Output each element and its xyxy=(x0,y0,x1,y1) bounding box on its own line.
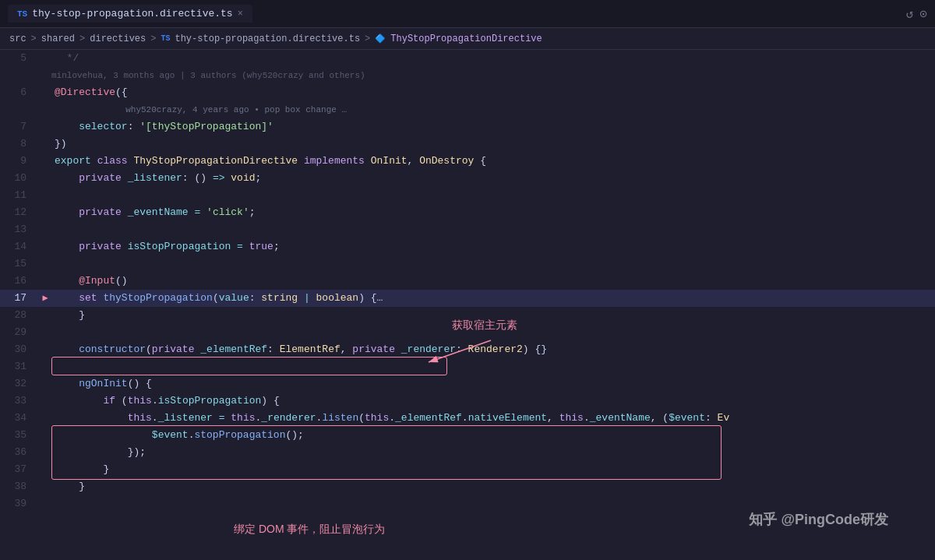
line-arrow-28 xyxy=(39,307,51,324)
breadcrumb-class-icon: 🔷 xyxy=(375,33,386,44)
code-line-8: 8 }) xyxy=(0,136,935,153)
line-arrow-6 xyxy=(39,84,51,118)
breadcrumb-sep4: > xyxy=(365,33,370,44)
line-arrow-8 xyxy=(39,136,51,153)
watermark: 知乎 @PingCode研发 xyxy=(749,510,888,529)
ts-badge: TS xyxy=(17,9,27,19)
line-arrow-10 xyxy=(39,170,51,187)
line-content-33: if (this.isStopPropagation) { xyxy=(51,393,935,410)
line-num-34: 34 xyxy=(0,410,39,427)
line-content-5: */ xyxy=(51,50,923,67)
line-content-37: } xyxy=(51,461,935,478)
line-num-17: 17 xyxy=(0,290,39,307)
code-line-10: 10 private _listener: () => void; xyxy=(0,170,935,187)
code-line-7: 7 selector: '[thyStopPropagation]' xyxy=(0,118,935,136)
line-content-39 xyxy=(51,495,935,512)
line-arrow-35 xyxy=(39,427,51,444)
line-arrow-7 xyxy=(39,118,51,136)
line-arrow-blank xyxy=(39,67,51,84)
split-icon[interactable]: ⊙ xyxy=(919,6,927,22)
inline-hint: why520crazy, 4 years ago • pop box chang… xyxy=(125,105,347,114)
line-num-38: 38 xyxy=(0,478,39,495)
code-line-33: 33 if (this.isStopPropagation) { xyxy=(0,393,935,410)
breadcrumb-class-name: ThyStopPropagationDirective xyxy=(390,33,542,44)
code-line-9: 9 export class ThyStopPropagationDirecti… xyxy=(0,153,935,170)
git-blame-text: minlovehua, 3 months ago | 3 authors (wh… xyxy=(51,67,365,84)
code-line-11: 11 xyxy=(0,187,935,204)
line-num-10: 10 xyxy=(0,170,39,187)
line-content-16: @Input() xyxy=(51,273,935,290)
line-content-14: private isStopPropagation = true; xyxy=(51,238,935,255)
line-num-30: 30 xyxy=(0,341,39,358)
line-content-28: } xyxy=(51,307,935,324)
line-num-37: 37 xyxy=(0,461,39,478)
line-arrow-32 xyxy=(39,375,51,393)
code-line-6: 6 @Directive({ why520crazy, 4 years ago … xyxy=(0,84,935,118)
line-num-7: 7 xyxy=(0,118,39,136)
breadcrumb-sep1: > xyxy=(31,33,37,44)
line-content-15 xyxy=(51,255,935,273)
line-arrow-31 xyxy=(39,358,51,375)
line-content-35: $event.stopPropagation(); xyxy=(51,427,935,444)
line-content-9: export class ThyStopPropagationDirective… xyxy=(51,153,935,170)
line-content-6: @Directive({ why520crazy, 4 years ago • … xyxy=(51,84,935,118)
line-content-32: ngOnInit() { xyxy=(51,375,935,393)
line-num-12: 12 xyxy=(0,204,39,221)
breadcrumb-shared: shared xyxy=(41,33,75,44)
line-arrow-34 xyxy=(39,410,51,427)
breadcrumb: src > shared > directives > TS thy-stop-… xyxy=(0,28,935,50)
line-num-6: 6 xyxy=(0,84,39,118)
line-content-30: constructor(private _elementRef: Element… xyxy=(51,341,935,358)
git-blame-row: 6 minlovehua, 3 months ago | 3 authors (… xyxy=(0,67,935,84)
code-line-31: 31 xyxy=(0,358,935,375)
line-num-36: 36 xyxy=(0,444,39,461)
breadcrumb-directives: directives xyxy=(90,33,146,44)
line-num-5: 5 xyxy=(0,50,39,67)
line-arrow-15 xyxy=(39,255,51,273)
line-content-36: }); xyxy=(51,444,935,461)
code-line-36: 36 }); xyxy=(0,444,935,461)
line-num-28: 28 xyxy=(0,307,39,324)
code-line-14: 14 private isStopPropagation = true; xyxy=(0,238,935,255)
line-content-7: selector: '[thyStopPropagation]' xyxy=(51,118,935,136)
line-num-31: 31 xyxy=(0,358,39,375)
line-arrow-39 xyxy=(39,495,51,512)
breadcrumb-sep2: > xyxy=(79,33,85,44)
line-num-35: 35 xyxy=(0,427,39,444)
line-num-9: 9 xyxy=(0,153,39,170)
line-arrow-12 xyxy=(39,204,51,221)
line-content-10: private _listener: () => void; xyxy=(51,170,935,187)
git-blame-5 xyxy=(923,50,935,67)
line-content-38: } xyxy=(51,478,935,495)
code-line-13: 13 xyxy=(0,221,935,238)
code-area: 5 */ 6 minlovehua, 3 months ago | 3 auth… xyxy=(0,50,935,560)
code-line-38: 38 } xyxy=(0,478,935,495)
tab[interactable]: TS thy-stop-propagation.directive.ts × xyxy=(8,5,252,23)
line-arrow-11 xyxy=(39,187,51,204)
line-content-12: private _eventName = 'click'; xyxy=(51,204,935,221)
line-num-15: 15 xyxy=(0,255,39,273)
code-line-17: 17 ▶ set thyStopPropagation(value: strin… xyxy=(0,290,935,307)
line-num-33: 33 xyxy=(0,393,39,410)
code-line-30: 30 constructor(private _elementRef: Elem… xyxy=(0,341,935,358)
line-arrow-38 xyxy=(39,478,51,495)
breadcrumb-filename: thy-stop-propagation.directive.ts xyxy=(175,33,360,44)
code-line-32: 32 ngOnInit() { xyxy=(0,375,935,393)
line-num-13: 13 xyxy=(0,221,39,238)
breadcrumb-ts-badge: TS xyxy=(161,34,170,43)
code-line-16: 16 @Input() xyxy=(0,273,935,290)
line-arrow-36 xyxy=(39,444,51,461)
line-num-16: 16 xyxy=(0,273,39,290)
line-num-39: 39 xyxy=(0,495,39,512)
line-num-blank: 6 xyxy=(0,67,39,84)
code-line-34: 34 this._listener = this._renderer.liste… xyxy=(0,410,935,427)
close-icon[interactable]: × xyxy=(238,9,243,19)
code-line-12: 12 private _eventName = 'click'; xyxy=(0,204,935,221)
line-num-32: 32 xyxy=(0,375,39,393)
line-num-14: 14 xyxy=(0,238,39,255)
tab-filename: thy-stop-propagation.directive.ts xyxy=(32,8,232,19)
code-line-15: 15 xyxy=(0,255,935,273)
undo-icon[interactable]: ↺ xyxy=(906,6,914,22)
code-line-35: 35 $event.stopPropagation(); xyxy=(0,427,935,444)
breadcrumb-src: src xyxy=(9,33,26,44)
